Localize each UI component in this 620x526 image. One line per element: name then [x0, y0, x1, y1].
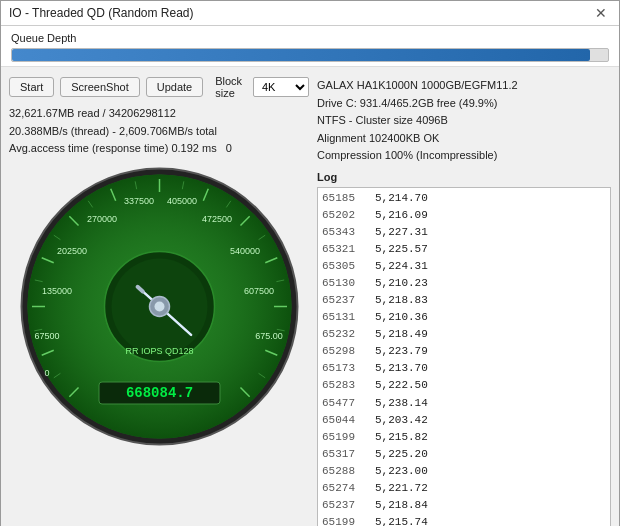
drive-name: GALAX HA1K1000N 1000GB/EGFM11.2 — [317, 77, 611, 95]
log-entry: 651855,214.70 — [322, 190, 606, 207]
log-label: Log — [317, 171, 611, 183]
gauge-container: 0 67500 135000 202500 270000 337500 4050… — [17, 164, 302, 449]
log-entry: 651735,213.70 — [322, 360, 606, 377]
close-button[interactable]: ✕ — [591, 5, 611, 21]
log-entry: 653175,225.20 — [322, 446, 606, 463]
block-size-label: Block size — [215, 75, 249, 99]
log-entry: 653215,225.57 — [322, 241, 606, 258]
log-entry: 651305,210.23 — [322, 275, 606, 292]
right-panel: GALAX HA1K1000N 1000GB/EGFM11.2 Drive C:… — [317, 75, 611, 526]
log-entry: 652985,223.79 — [322, 343, 606, 360]
drive-alignment: Alignment 102400KB OK — [317, 130, 611, 148]
block-size-select[interactable]: 512B1K2K4K 8K16K32K64K 128K256K512K1M 2M… — [253, 77, 309, 97]
log-entry: 652835,222.50 — [322, 377, 606, 394]
log-box[interactable]: 651855,214.70652025,216.09653435,227.316… — [317, 187, 611, 526]
svg-text:0: 0 — [44, 368, 49, 378]
stats-text: 32,621.67MB read / 34206298112 20.388MB/… — [9, 105, 309, 158]
log-entry: 651995,215.74 — [322, 514, 606, 526]
svg-text:668084.7: 668084.7 — [125, 385, 192, 401]
svg-text:607500: 607500 — [243, 286, 273, 296]
log-entry: 653435,227.31 — [322, 224, 606, 241]
start-button[interactable]: Start — [9, 77, 54, 97]
drive-fs: NTFS - Cluster size 4096B — [317, 112, 611, 130]
log-entry: 652375,218.84 — [322, 497, 606, 514]
main-content: Start ScreenShot Update Block size 512B1… — [1, 67, 619, 526]
log-entry: 652375,218.83 — [322, 292, 606, 309]
svg-text:RR IOPS QD128: RR IOPS QD128 — [125, 346, 193, 356]
log-entry: 653055,224.31 — [322, 258, 606, 275]
svg-text:67500: 67500 — [34, 331, 59, 341]
log-entry: 652885,223.00 — [322, 463, 606, 480]
screenshot-button[interactable]: ScreenShot — [60, 77, 139, 97]
main-window: IO - Threaded QD (Random Read) ✕ Queue D… — [0, 0, 620, 526]
svg-text:540000: 540000 — [229, 246, 259, 256]
log-entry: 651315,210.36 — [322, 309, 606, 326]
drive-compression: Compression 100% (Incompressible) — [317, 147, 611, 165]
svg-text:202500: 202500 — [56, 246, 86, 256]
update-button[interactable]: Update — [146, 77, 203, 97]
drive-space: Drive C: 931.4/465.2GB free (49.9%) — [317, 95, 611, 113]
stat-line2: 20.388MB/s (thread) - 2,609.706MB/s tota… — [9, 123, 309, 141]
svg-point-45 — [154, 301, 164, 311]
svg-text:270000: 270000 — [86, 214, 116, 224]
log-entry: 650445,203.42 — [322, 412, 606, 429]
queue-section: Queue Depth — [1, 26, 619, 67]
log-entry: 652325,218.49 — [322, 326, 606, 343]
stat-line3: Avg.access time (response time) 0.192 ms… — [9, 140, 309, 158]
log-entry: 654775,238.14 — [322, 395, 606, 412]
window-title: IO - Threaded QD (Random Read) — [9, 6, 194, 20]
queue-bar-fill — [12, 49, 590, 61]
left-panel: Start ScreenShot Update Block size 512B1… — [9, 75, 309, 526]
log-entry: 652025,216.09 — [322, 207, 606, 224]
titlebar: IO - Threaded QD (Random Read) ✕ — [1, 1, 619, 26]
queue-bar-track[interactable] — [11, 48, 609, 62]
log-entry: 652745,221.72 — [322, 480, 606, 497]
svg-text:135000: 135000 — [41, 286, 71, 296]
block-size-group: Block size 512B1K2K4K 8K16K32K64K 128K25… — [215, 75, 309, 99]
svg-text:405000: 405000 — [166, 196, 196, 206]
svg-text:337500: 337500 — [123, 196, 153, 206]
gauge-svg: 0 67500 135000 202500 270000 337500 4050… — [17, 164, 302, 449]
button-row: Start ScreenShot Update Block size 512B1… — [9, 75, 309, 99]
drive-info: GALAX HA1K1000N 1000GB/EGFM11.2 Drive C:… — [317, 75, 611, 167]
stat-line1: 32,621.67MB read / 34206298112 — [9, 105, 309, 123]
log-entry: 651995,215.82 — [322, 429, 606, 446]
svg-text:472500: 472500 — [201, 214, 231, 224]
queue-label: Queue Depth — [11, 32, 609, 44]
svg-text:675.00: 675.00 — [255, 331, 283, 341]
